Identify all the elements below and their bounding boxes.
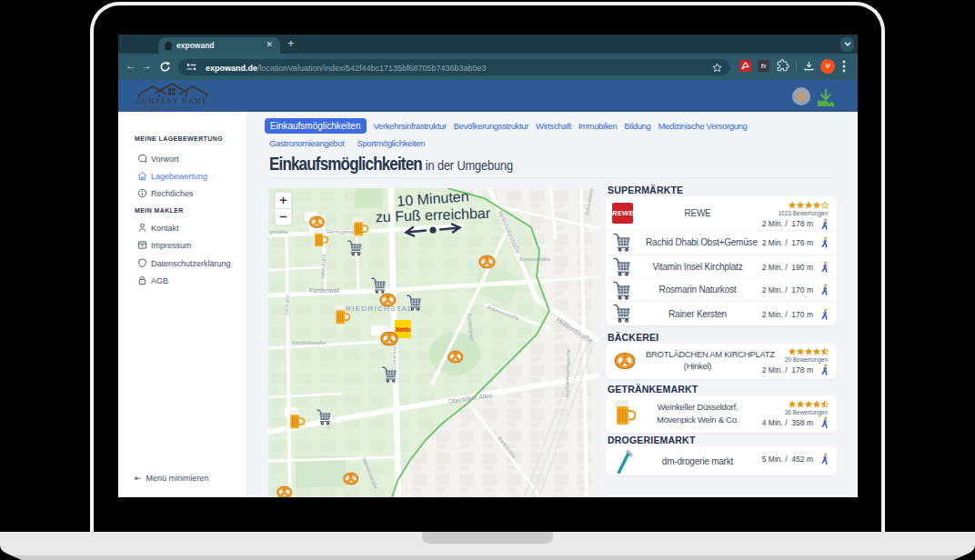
svg-text:FRIEDRICHSTADT: FRIEDRICHSTADT bbox=[340, 305, 419, 313]
svg-text:Fürstenwall: Fürstenwall bbox=[309, 287, 340, 294]
svg-text:gstraße: gstraße bbox=[269, 229, 288, 235]
svg-text:Slogan Goes Here: Slogan Goes Here bbox=[143, 105, 201, 111]
svg-text:Netto: Netto bbox=[396, 326, 411, 333]
svg-text:Jahnstraße: Jahnstraße bbox=[320, 254, 327, 279]
svg-text:Kirchfeldstraße: Kirchfeldstraße bbox=[292, 340, 326, 345]
svg-text:Bunsenstraße: Bunsenstraße bbox=[519, 256, 550, 262]
svg-text:Talstraße: Talstraße bbox=[284, 295, 290, 315]
